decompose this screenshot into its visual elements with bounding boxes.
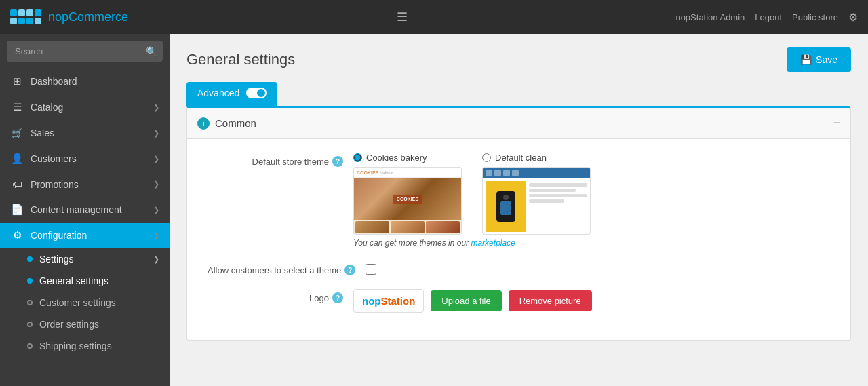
configuration-icon: ⚙: [10, 229, 24, 242]
panel-title-text: Common: [215, 117, 256, 129]
chevron-right-icon-customers: ❯: [153, 155, 159, 163]
logo-dot-8: [35, 18, 41, 24]
theme-name-clean: Default clean: [495, 153, 547, 163]
chevron-right-icon-sales: ❯: [153, 129, 159, 138]
theme-options-container: Cookies bakery COOKIES bakery COOKIES: [353, 153, 591, 248]
logo-text: nopCommerce: [48, 10, 128, 24]
theme-preview-clean: [482, 167, 591, 235]
dashboard-icon: ⊞: [10, 75, 24, 88]
help-icon-allow-theme[interactable]: ?: [344, 265, 355, 275]
panel-header: i Common −: [187, 108, 850, 139]
chevron-right-icon-content: ❯: [153, 206, 159, 214]
chevron-right-icon: ❯: [153, 103, 159, 112]
sidebar-item-label-sales: Sales: [31, 128, 54, 138]
search-input[interactable]: [7, 41, 163, 62]
tab-advanced[interactable]: Advanced: [186, 82, 277, 106]
catalog-icon: ☰: [10, 101, 24, 113]
logo-colored: nop: [48, 10, 68, 24]
sub-nav-label-customer: Customer settings: [39, 297, 116, 308]
sub-nav-customer-settings[interactable]: Customer settings: [0, 292, 170, 313]
remove-picture-button[interactable]: Remove picture: [509, 290, 592, 311]
logo-area: nopCommerce: [10, 9, 128, 24]
sub-dot-general: [27, 278, 33, 284]
gear-icon-button[interactable]: ⚙: [848, 11, 858, 24]
search-icon-button[interactable]: 🔍: [146, 46, 157, 57]
sales-icon: 🛒: [10, 127, 24, 139]
sidebar-item-label-promotions: Promotions: [31, 179, 79, 190]
label-text-theme: Default store theme: [252, 157, 329, 167]
theme-name-cookies: Cookies bakery: [366, 153, 427, 163]
sub-dot-shipping: [27, 343, 33, 349]
top-header: nopCommerce ☰ nopStation Admin Logout Pu…: [0, 0, 868, 34]
logo-dot-2: [18, 9, 25, 16]
sidebar-item-label-dashboard: Dashboard: [31, 76, 77, 87]
sub-nav-settings[interactable]: Settings ❯: [0, 248, 170, 270]
page-title: General settings: [186, 51, 295, 69]
allow-theme-checkbox[interactable]: [366, 264, 376, 275]
panel-collapse-button[interactable]: −: [833, 116, 840, 130]
search-area: 🔍: [0, 34, 170, 69]
sidebar-item-label-catalog: Catalog: [31, 102, 63, 113]
form-row-theme: Default store theme ? Cookies bakery: [208, 153, 830, 248]
upload-file-button[interactable]: Upload a file: [431, 290, 501, 311]
hamburger-button[interactable]: ☰: [390, 6, 414, 28]
sidebar-item-configuration[interactable]: ⚙ Configuration ❯: [0, 223, 170, 248]
content-header: General settings 💾 Save: [170, 34, 868, 82]
marketplace-link[interactable]: marketplace: [471, 238, 515, 248]
sidebar-item-label-configuration: Configuration: [31, 230, 87, 241]
logo-text-station: Station: [381, 295, 416, 307]
main-layout: 🔍 ⊞ Dashboard ☰ Catalog ❯ 🛒 Sales ❯: [0, 34, 868, 386]
theme-label-clean[interactable]: Default clean: [482, 153, 591, 163]
sub-dot-order: [27, 322, 33, 327]
advanced-toggle[interactable]: [246, 88, 267, 98]
form-row-allow-theme: Allow customers to select a theme ?: [208, 261, 830, 275]
header-right: nopStation Admin Logout Public store ⚙: [675, 11, 858, 24]
theme-option-cookies: Cookies bakery COOKIES bakery COOKIES: [353, 153, 462, 235]
form-label-logo: Logo ?: [208, 289, 343, 303]
customers-icon: 👤: [10, 153, 24, 165]
theme-label-cookies[interactable]: Cookies bakery: [353, 153, 462, 163]
label-text-logo: Logo: [309, 293, 329, 303]
sidebar: 🔍 ⊞ Dashboard ☰ Catalog ❯ 🛒 Sales ❯: [0, 34, 170, 386]
user-name: nopStation Admin: [675, 12, 745, 22]
logout-link[interactable]: Logout: [755, 12, 782, 22]
chevron-down-icon-configuration: ❯: [153, 231, 159, 240]
sub-dot-customer: [27, 300, 33, 305]
save-button[interactable]: 💾 Save: [787, 47, 851, 72]
logo-dot-7: [26, 18, 33, 24]
chevron-right-icon-promotions: ❯: [153, 180, 159, 189]
sidebar-item-dashboard[interactable]: ⊞ Dashboard: [0, 69, 170, 94]
chevron-down-settings: ❯: [153, 255, 159, 264]
sidebar-item-sales[interactable]: 🛒 Sales ❯: [0, 120, 170, 146]
logo-dot-1: [10, 9, 17, 16]
sidebar-item-content[interactable]: 📄 Content management ❯: [0, 197, 170, 223]
public-store-link[interactable]: Public store: [792, 12, 838, 22]
logo-dot-6: [18, 18, 25, 24]
sub-nav-label-settings: Settings: [39, 254, 74, 265]
theme-radio-cookies[interactable]: [353, 153, 362, 162]
sidebar-item-label-content: Content management: [31, 204, 122, 215]
content-icon: 📄: [10, 204, 24, 216]
sidebar-item-catalog[interactable]: ☰ Catalog ❯: [0, 94, 170, 120]
save-icon: 💾: [800, 54, 812, 65]
logo-dots: [10, 9, 41, 24]
sub-dot-settings: [27, 256, 33, 262]
logo-preview: nopStation: [353, 289, 424, 313]
tabs-area: Advanced: [170, 82, 868, 106]
sidebar-item-label-customers: Customers: [31, 153, 77, 164]
sub-nav-label-shipping: Shipping settings: [39, 341, 112, 351]
help-icon-logo[interactable]: ?: [332, 292, 343, 303]
marketplace-prefix: You can get more themes in our: [353, 238, 469, 248]
save-button-label: Save: [816, 54, 837, 65]
toggle-knob: [257, 89, 265, 97]
theme-options: Cookies bakery COOKIES bakery COOKIES: [353, 153, 591, 235]
common-panel: i Common − Default store theme ?: [186, 106, 851, 341]
help-icon-theme[interactable]: ?: [332, 156, 343, 167]
sub-nav-order-settings[interactable]: Order settings: [0, 313, 170, 335]
sidebar-item-customers[interactable]: 👤 Customers ❯: [0, 146, 170, 172]
sidebar-item-promotions[interactable]: 🏷 Promotions ❯: [0, 172, 170, 197]
sub-nav-shipping-settings[interactable]: Shipping settings: [0, 335, 170, 357]
sub-nav-general-settings[interactable]: General settings: [0, 270, 170, 292]
sub-nav-label-general: General settings: [39, 275, 108, 286]
theme-radio-clean[interactable]: [482, 153, 491, 162]
